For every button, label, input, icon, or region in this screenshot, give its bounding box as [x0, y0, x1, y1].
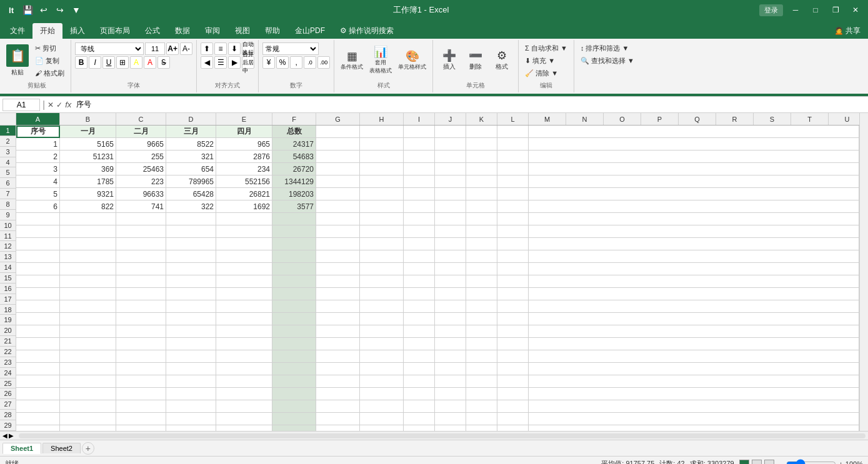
cell-e5[interactable]: 552156 — [216, 175, 272, 188]
cell-k2[interactable] — [466, 138, 497, 151]
cell-h15[interactable] — [360, 300, 404, 313]
cell-e14[interactable] — [216, 288, 272, 300]
cell-i10[interactable] — [404, 238, 435, 250]
row-header-12[interactable]: 12 — [0, 241, 16, 252]
cell-a13[interactable] — [16, 275, 60, 288]
cell-a9[interactable] — [16, 225, 60, 238]
cell-k12[interactable] — [466, 263, 497, 275]
cell-e6[interactable]: 26821 — [216, 188, 272, 200]
row-header-11[interactable]: 11 — [0, 231, 16, 242]
cell-l4[interactable] — [497, 163, 529, 175]
tab-home[interactable]: 开始 — [32, 23, 62, 39]
cell-rest-15[interactable] — [529, 300, 859, 313]
cell-h23[interactable] — [360, 400, 404, 413]
col-header-h[interactable]: H — [360, 113, 404, 125]
row-header-19[interactable]: 19 — [0, 315, 16, 325]
cell-l6[interactable] — [497, 188, 529, 200]
cell-k15[interactable] — [466, 300, 497, 313]
cell-b7[interactable]: 822 — [60, 200, 116, 213]
cell-h11[interactable] — [360, 250, 404, 263]
formula-input[interactable]: 序号 — [74, 99, 866, 111]
cell-b18[interactable] — [60, 338, 116, 350]
cell-a8[interactable] — [16, 213, 60, 225]
cell-reference-input[interactable] — [2, 99, 40, 111]
cell-c17[interactable] — [116, 325, 166, 338]
number-format-select[interactable]: 常规 — [262, 42, 319, 55]
cell-l8[interactable] — [497, 213, 529, 225]
cell-rest-9[interactable] — [529, 225, 859, 238]
cell-h19[interactable] — [360, 350, 404, 363]
row-header-22[interactable]: 22 — [0, 347, 16, 357]
cell-e23[interactable] — [216, 400, 272, 413]
cell-g16[interactable] — [316, 313, 360, 325]
tab-review[interactable]: 审阅 — [197, 23, 227, 39]
cancel-icon[interactable]: ✕ — [47, 101, 54, 109]
col-header-r[interactable]: R — [716, 113, 754, 125]
cell-d11[interactable] — [166, 250, 216, 263]
cell-d4[interactable]: 654 — [166, 163, 216, 175]
cell-f8[interactable] — [272, 213, 316, 225]
cell-h18[interactable] — [360, 338, 404, 350]
cell-b17[interactable] — [60, 325, 116, 338]
paste-button[interactable]: 📋 — [6, 44, 29, 67]
cell-d1[interactable]: 三月 — [166, 126, 216, 138]
row-header-2[interactable]: 2 — [0, 136, 16, 147]
cell-g10[interactable] — [316, 238, 360, 250]
cell-e2[interactable]: 965 — [216, 138, 272, 151]
cell-h1[interactable] — [360, 126, 404, 138]
cell-g6[interactable] — [316, 188, 360, 200]
cell-f22[interactable] — [272, 388, 316, 400]
cell-b1[interactable]: 一月 — [60, 126, 116, 138]
decimal-increase-button[interactable]: .0 — [304, 56, 316, 69]
confirm-icon[interactable]: ✓ — [56, 101, 62, 109]
horizontal-scrollbar[interactable]: ◀ ▶ — [0, 431, 868, 440]
cell-c16[interactable] — [116, 313, 166, 325]
cell-j8[interactable] — [435, 213, 466, 225]
cell-f7[interactable]: 3577 — [272, 200, 316, 213]
cell-c7[interactable]: 741 — [116, 200, 166, 213]
zoom-in-icon[interactable]: + — [839, 460, 842, 465]
cell-m7[interactable] — [529, 200, 859, 213]
cell-a6[interactable]: 5 — [16, 188, 60, 200]
cell-l2[interactable] — [497, 138, 529, 151]
cell-d22[interactable] — [166, 388, 216, 400]
cell-e10[interactable] — [216, 238, 272, 250]
tab-page-layout[interactable]: 页面布局 — [92, 23, 137, 39]
cell-c18[interactable] — [116, 338, 166, 350]
row-header-14[interactable]: 14 — [0, 262, 16, 273]
cell-c3[interactable]: 255 — [116, 151, 166, 163]
cell-f25[interactable] — [272, 425, 316, 431]
insert-cells-button[interactable]: ➕ 插入 — [437, 44, 462, 77]
cell-k10[interactable] — [466, 238, 497, 250]
cell-rest-13[interactable] — [529, 275, 859, 288]
cell-d14[interactable] — [166, 288, 216, 300]
cell-i16[interactable] — [404, 313, 435, 325]
cell-g18[interactable] — [316, 338, 360, 350]
row-header-24[interactable]: 24 — [0, 368, 16, 378]
row-header-10[interactable]: 10 — [0, 220, 16, 231]
tab-view[interactable]: 视图 — [227, 23, 257, 39]
cell-a16[interactable] — [16, 313, 60, 325]
cell-c12[interactable] — [116, 263, 166, 275]
cell-i25[interactable] — [404, 425, 435, 431]
add-sheet-button[interactable]: + — [82, 442, 94, 455]
cell-i14[interactable] — [404, 288, 435, 300]
cell-c24[interactable] — [116, 413, 166, 425]
cell-e13[interactable] — [216, 275, 272, 288]
cell-f3[interactable]: 54683 — [272, 151, 316, 163]
cell-f12[interactable] — [272, 263, 316, 275]
format-painter-button[interactable]: 🖌 格式刷 — [32, 67, 67, 79]
cell-k14[interactable] — [466, 288, 497, 300]
align-middle-button[interactable]: ≡ — [214, 42, 227, 55]
cell-c19[interactable] — [116, 350, 166, 363]
cell-b3[interactable]: 51231 — [60, 151, 116, 163]
cell-i24[interactable] — [404, 413, 435, 425]
cell-j13[interactable] — [435, 275, 466, 288]
comma-button[interactable]: , — [290, 56, 302, 69]
cell-rest-25[interactable] — [529, 425, 859, 431]
col-header-g[interactable]: G — [316, 113, 360, 125]
tab-ops-search[interactable]: ⚙ 操作说明搜索 — [332, 23, 401, 39]
row-header-13[interactable]: 13 — [0, 252, 16, 262]
page-layout-view-button[interactable] — [752, 460, 762, 465]
format-cells-button[interactable]: ⚙ 格式 — [489, 44, 514, 77]
